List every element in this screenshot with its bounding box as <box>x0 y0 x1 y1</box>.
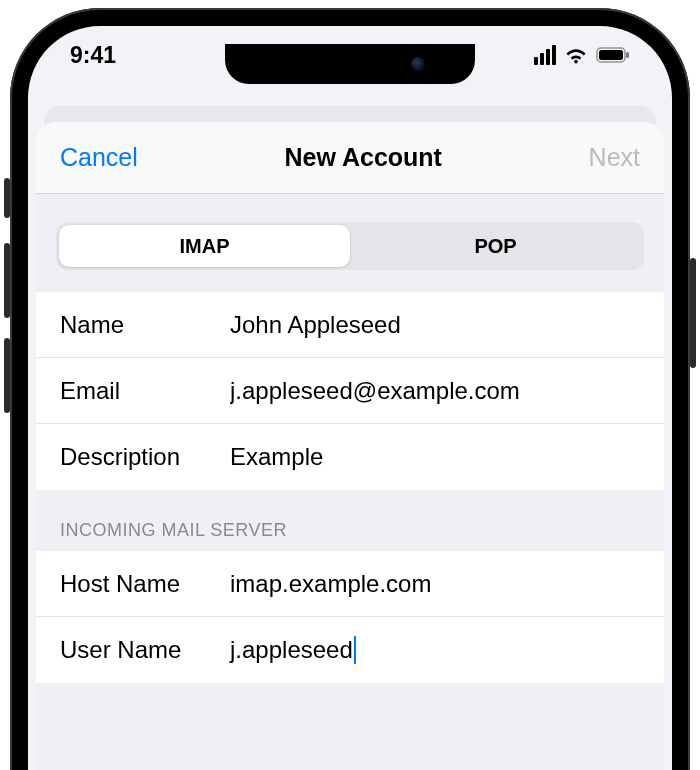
cancel-button[interactable]: Cancel <box>60 143 138 172</box>
hostname-field[interactable] <box>230 570 640 598</box>
modal-sheet: Cancel New Account Next IMAP POP Name <box>36 122 664 770</box>
username-field[interactable]: j.appleseed <box>230 636 353 664</box>
hostname-row[interactable]: Host Name <box>36 551 664 617</box>
wifi-icon <box>564 46 588 64</box>
description-label: Description <box>60 443 230 471</box>
username-row[interactable]: User Name j.appleseed <box>36 617 664 683</box>
screen: 9:41 Cancel New Account Next <box>28 26 672 770</box>
description-field[interactable] <box>230 443 640 471</box>
svg-rect-2 <box>626 52 629 58</box>
account-info-group: Name Email Description <box>36 292 664 490</box>
device-frame: 9:41 Cancel New Account Next <box>10 8 690 770</box>
text-cursor-icon <box>354 636 356 664</box>
cellular-signal-icon <box>534 45 556 65</box>
page-title: New Account <box>285 143 442 172</box>
protocol-segmented-control[interactable]: IMAP POP <box>56 222 644 270</box>
power-button <box>690 258 696 368</box>
email-label: Email <box>60 377 230 405</box>
email-field[interactable] <box>230 377 640 405</box>
form-content[interactable]: IMAP POP Name Email Description <box>36 194 664 770</box>
battery-icon <box>596 47 630 63</box>
status-bar: 9:41 <box>28 26 672 84</box>
incoming-server-group: Host Name User Name j.appleseed <box>36 551 664 683</box>
incoming-server-header: INCOMING MAIL SERVER <box>36 490 664 551</box>
hostname-label: Host Name <box>60 570 230 598</box>
volume-down-button <box>4 338 10 413</box>
status-icons <box>534 45 630 65</box>
segment-pop[interactable]: POP <box>350 225 641 267</box>
description-row[interactable]: Description <box>36 424 664 490</box>
status-time: 9:41 <box>70 42 116 69</box>
svg-rect-1 <box>599 50 623 60</box>
segment-imap[interactable]: IMAP <box>59 225 350 267</box>
name-row[interactable]: Name <box>36 292 664 358</box>
email-row[interactable]: Email <box>36 358 664 424</box>
navigation-bar: Cancel New Account Next <box>36 122 664 194</box>
next-button[interactable]: Next <box>589 143 640 172</box>
username-label: User Name <box>60 636 230 664</box>
volume-up-button <box>4 243 10 318</box>
name-label: Name <box>60 311 230 339</box>
mute-switch <box>4 178 10 218</box>
name-field[interactable] <box>230 311 640 339</box>
